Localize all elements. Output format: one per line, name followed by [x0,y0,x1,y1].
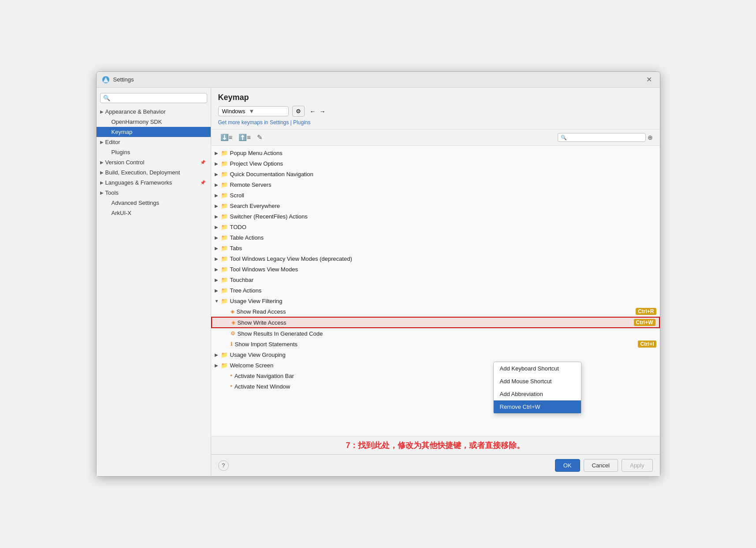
titlebar: Settings ✕ [97,72,660,88]
folder-icon: 📁 [221,224,228,230]
tree-chevron-icon: ▶ [215,214,221,219]
apply-button[interactable]: Apply [622,459,653,472]
sidebar-item-tools[interactable]: ▶Tools [97,188,211,198]
tree-row-todo[interactable]: ▶📁TODO [211,222,660,232]
tree-chevron-icon: ▶ [215,182,221,187]
tree-item-label: Popup Menu Actions [230,150,656,156]
panel-header: Keymap Windows ▼ ⚙ ← → Get more keymaps … [211,88,660,130]
toolbar-search-box[interactable]: 🔍 [558,133,646,142]
tree-item-label: Search Everywhere [230,203,656,209]
action-icon: ⚙ [231,330,235,337]
sidebar-item-editor[interactable]: ▶Editor [97,137,211,147]
find-shortcut-button[interactable]: ⊕ [648,134,653,141]
sidebar-item-arkuix[interactable]: ArkUI-X [97,208,211,218]
edit-shortcut-button[interactable]: ✎ [255,132,265,143]
context-menu-item[interactable]: Add Mouse Shortcut [494,375,581,388]
context-menu-item[interactable]: Add Abbreviation [494,388,581,400]
tree-row-show-import[interactable]: ℹShow Import StatementsCtrl+I [211,339,660,349]
close-button[interactable]: ✕ [644,74,655,85]
tree-row-usage-view-grouping[interactable]: ▶📁Usage View Grouping [211,349,660,360]
plugins-link[interactable]: Plugins [293,119,310,126]
window-title: Settings [113,76,644,83]
tree-chevron-icon: ▶ [215,151,221,156]
keymap-gear-button[interactable]: ⚙ [292,106,305,117]
sidebar-search-input[interactable] [112,95,204,101]
tree-item-label: Welcome Screen [230,362,656,369]
sidebar-item-label: Editor [105,139,205,145]
tree-row-switcher[interactable]: ▶📁Switcher (RecentFiles) Actions [211,211,660,222]
tree-chevron-icon: ▶ [215,256,221,261]
tree-row-activate-nav[interactable]: •Activate Navigation Bar [211,370,660,381]
tree-row-activate-next[interactable]: •Activate Next Window [211,381,660,392]
tree-row-tool-windows-legacy[interactable]: ▶📁Tool Windows Legacy View Modes (deprec… [211,253,660,264]
sidebar-item-openharmony[interactable]: OpenHarmony SDK [97,117,211,127]
tree-item-label: Touchbar [230,277,656,283]
shortcut-badge: Ctrl+I [638,341,656,348]
tree-item-label: Show Results In Generated Code [238,330,656,337]
help-button[interactable]: ? [218,460,229,471]
tree-item-label: Table Actions [230,234,656,241]
sidebar-item-label: Advanced Settings [112,200,205,206]
footer-left: ? [218,460,551,471]
tree-row-show-write-access[interactable]: ◈Show Write AccessCtrl+W [211,317,660,328]
keymap-controls: Windows ▼ ⚙ ← → [218,106,653,117]
folder-icon: 📁 [221,171,228,178]
cancel-button[interactable]: Cancel [584,459,618,472]
sidebar-item-build[interactable]: ▶Build, Execution, Deployment [97,167,211,178]
collapse-all-button[interactable]: ⬇️≡ [218,132,235,143]
tree-chevron-icon: ▶ [215,204,221,208]
tree-item-label: Remote Servers [230,181,656,188]
tree-row-touchbar[interactable]: ▶📁Touchbar [211,274,660,285]
tree-row-table-actions[interactable]: ▶📁Table Actions [211,232,660,243]
folder-icon: 📁 [221,266,228,273]
folder-icon: 📁 [221,192,228,199]
sidebar-item-label: Plugins [112,149,205,156]
tree-chevron-icon: ▶ [215,267,221,272]
context-menu-item[interactable]: Add Keyboard Shortcut [494,362,581,375]
sidebar-item-languages[interactable]: ▶Languages & Frameworks📌 [97,178,211,188]
tree-row-welcome-screen[interactable]: ▶📁Welcome Screen [211,360,660,370]
tree-row-show-read-access[interactable]: ◈Show Read AccessCtrl+R [211,306,660,317]
tree-item-label: Tree Actions [230,287,656,294]
tree-chevron-icon: ▶ [215,225,221,230]
shortcut-badge: Ctrl+W [634,319,655,326]
sidebar-search-box[interactable]: 🔍 [100,93,207,103]
folder-icon: 📁 [221,150,228,156]
action-icon: ◈ [231,319,235,326]
keymap-dropdown[interactable]: Windows ▼ [218,106,289,116]
tree-row-search-everywhere[interactable]: ▶📁Search Everywhere [211,200,660,211]
sidebar-item-version-control[interactable]: ▶Version Control📌 [97,157,211,167]
chevron-icon: ▶ [100,190,104,195]
sidebar-item-appearance[interactable]: ▶Appearance & Behavior [97,107,211,117]
tree-chevron-icon: ▶ [215,363,221,368]
context-menu-item[interactable]: Remove Ctrl+W [494,400,581,413]
tree-item-label: Tabs [230,245,656,252]
tree-row-scroll[interactable]: ▶📁Scroll [211,190,660,200]
sidebar-item-label: Tools [105,189,205,196]
tree-row-show-results-generated[interactable]: ⚙Show Results In Generated Code [211,328,660,339]
tree-row-project-view[interactable]: ▶📁Project View Options [211,158,660,169]
action-icon: • [231,373,232,379]
sidebar-item-keymap[interactable]: Keymap [97,127,211,137]
tree-row-remote-servers[interactable]: ▶📁Remote Servers [211,179,660,190]
tree-item-label: Project View Options [230,160,656,167]
keymap-toolbar: ⬇️≡ ⬆️≡ ✎ 🔍 ⊕ [211,130,660,146]
folder-icon: 📁 [221,352,228,358]
expand-all-button[interactable]: ⬆️≡ [236,132,253,143]
tree-row-tool-windows-view[interactable]: ▶📁Tool Windows View Modes [211,264,660,274]
toolbar-search-input[interactable] [569,134,643,141]
settings-link[interactable]: Get more keymaps in Settings [218,119,289,126]
tree-row-tree-actions[interactable]: ▶📁Tree Actions [211,285,660,296]
tree-row-popup-menu[interactable]: ▶📁Popup Menu Actions [211,148,660,158]
forward-button[interactable]: → [320,108,326,115]
sidebar-item-plugins[interactable]: Plugins [97,147,211,157]
ok-button[interactable]: OK [555,459,580,472]
tree-row-usage-view-filtering[interactable]: ▼📁Usage View Filtering [211,296,660,306]
content-area: 🔍 ▶Appearance & BehaviorOpenHarmony SDKK… [97,88,660,476]
back-button[interactable]: ← [310,108,316,115]
sidebar-item-advanced[interactable]: Advanced Settings [97,198,211,208]
tree-row-tabs[interactable]: ▶📁Tabs [211,243,660,253]
pin-icon: 📌 [200,160,205,165]
main-panel: Keymap Windows ▼ ⚙ ← → Get more keymaps … [211,88,660,476]
tree-row-quick-doc[interactable]: ▶📁Quick Documentation Navigation [211,169,660,179]
